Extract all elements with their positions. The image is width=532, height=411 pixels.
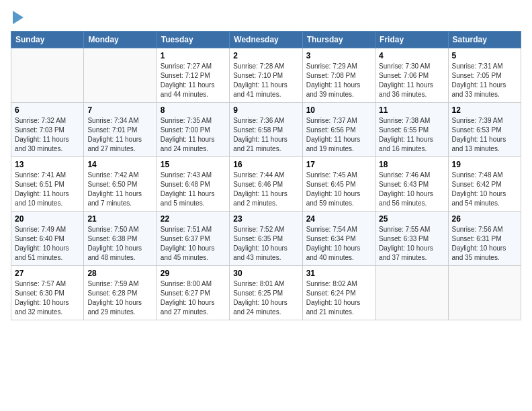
day-number: 28 [87,269,152,278]
calendar-cell: 16Sunrise: 7:44 AM Sunset: 6:46 PM Dayli… [230,157,302,212]
day-number: 2 [233,51,298,60]
day-detail: Sunrise: 7:39 AM Sunset: 6:53 PM Dayligh… [452,116,517,154]
day-number: 31 [306,269,371,278]
day-number: 25 [379,214,444,224]
day-detail: Sunrise: 7:56 AM Sunset: 6:31 PM Dayligh… [452,225,517,263]
day-detail: Sunrise: 7:30 AM Sunset: 7:06 PM Dayligh… [379,62,444,99]
day-detail: Sunrise: 7:55 AM Sunset: 6:33 PM Dayligh… [379,225,444,263]
calendar-cell: 1Sunrise: 7:27 AM Sunset: 7:12 PM Daylig… [157,48,229,103]
weekday-header: Friday [375,32,448,48]
day-detail: Sunrise: 7:49 AM Sunset: 6:40 PM Dayligh… [15,225,80,263]
day-detail: Sunrise: 7:54 AM Sunset: 6:34 PM Dayligh… [306,225,371,263]
day-detail: Sunrise: 8:02 AM Sunset: 6:24 PM Dayligh… [306,279,371,317]
day-number: 1 [161,51,226,60]
day-detail: Sunrise: 7:38 AM Sunset: 6:55 PM Dayligh… [379,116,444,154]
calendar-cell: 2Sunrise: 7:28 AM Sunset: 7:10 PM Daylig… [230,48,302,103]
day-number: 12 [452,105,517,115]
calendar-cell [448,266,521,320]
day-number: 19 [452,160,517,169]
calendar-cell: 3Sunrise: 7:29 AM Sunset: 7:08 PM Daylig… [302,48,375,103]
calendar-cell: 26Sunrise: 7:56 AM Sunset: 6:31 PM Dayli… [448,212,521,266]
day-number: 3 [306,51,371,60]
calendar-cell: 22Sunrise: 7:51 AM Sunset: 6:37 PM Dayli… [157,212,229,266]
day-number: 24 [306,214,371,224]
weekday-header: Thursday [302,32,375,48]
day-number: 10 [306,105,371,115]
calendar-table: SundayMondayTuesdayWednesdayThursdayFrid… [11,31,521,320]
day-detail: Sunrise: 7:34 AM Sunset: 7:01 PM Dayligh… [87,116,152,154]
calendar-cell: 4Sunrise: 7:30 AM Sunset: 7:06 PM Daylig… [375,48,448,103]
day-number: 6 [15,105,80,115]
day-number: 17 [306,160,371,169]
calendar-cell: 23Sunrise: 7:52 AM Sunset: 6:35 PM Dayli… [230,212,302,266]
day-detail: Sunrise: 7:50 AM Sunset: 6:38 PM Dayligh… [87,225,152,263]
calendar-cell: 19Sunrise: 7:48 AM Sunset: 6:42 PM Dayli… [448,157,521,212]
day-detail: Sunrise: 7:43 AM Sunset: 6:48 PM Dayligh… [161,171,226,208]
day-detail: Sunrise: 7:59 AM Sunset: 6:28 PM Dayligh… [87,279,152,317]
day-detail: Sunrise: 7:35 AM Sunset: 7:00 PM Dayligh… [161,116,226,154]
calendar-cell: 15Sunrise: 7:43 AM Sunset: 6:48 PM Dayli… [157,157,229,212]
calendar-cell: 21Sunrise: 7:50 AM Sunset: 6:38 PM Dayli… [84,212,157,266]
day-detail: Sunrise: 8:00 AM Sunset: 6:27 PM Dayligh… [161,279,226,317]
calendar-header-row: SundayMondayTuesdayWednesdayThursdayFrid… [11,32,521,48]
day-detail: Sunrise: 7:36 AM Sunset: 6:58 PM Dayligh… [233,116,298,154]
calendar-cell: 6Sunrise: 7:32 AM Sunset: 7:03 PM Daylig… [11,103,84,157]
calendar-week-row: 6Sunrise: 7:32 AM Sunset: 7:03 PM Daylig… [11,103,521,157]
calendar-cell: 29Sunrise: 8:00 AM Sunset: 6:27 PM Dayli… [157,266,229,320]
calendar-cell: 5Sunrise: 7:31 AM Sunset: 7:05 PM Daylig… [448,48,521,103]
weekday-header: Sunday [11,32,84,48]
weekday-header: Tuesday [157,32,229,48]
day-number: 11 [379,105,444,115]
day-number: 8 [161,105,226,115]
calendar-cell [84,48,157,103]
day-detail: Sunrise: 7:51 AM Sunset: 6:37 PM Dayligh… [161,225,226,263]
calendar-cell: 31Sunrise: 8:02 AM Sunset: 6:24 PM Dayli… [302,266,375,320]
day-detail: Sunrise: 7:27 AM Sunset: 7:12 PM Dayligh… [161,62,226,99]
weekday-header: Monday [84,32,157,48]
calendar-cell [375,266,448,320]
day-detail: Sunrise: 7:48 AM Sunset: 6:42 PM Dayligh… [452,171,517,208]
calendar-cell: 11Sunrise: 7:38 AM Sunset: 6:55 PM Dayli… [375,103,448,157]
day-detail: Sunrise: 7:45 AM Sunset: 6:45 PM Dayligh… [306,171,371,208]
weekday-header: Wednesday [230,32,302,48]
day-detail: Sunrise: 7:37 AM Sunset: 6:56 PM Dayligh… [306,116,371,154]
day-detail: Sunrise: 7:31 AM Sunset: 7:05 PM Dayligh… [452,62,517,99]
day-number: 15 [161,160,226,169]
calendar-week-row: 13Sunrise: 7:41 AM Sunset: 6:51 PM Dayli… [11,157,521,212]
day-detail: Sunrise: 8:01 AM Sunset: 6:25 PM Dayligh… [233,279,298,317]
page-header [11,11,521,24]
day-number: 13 [15,160,80,169]
calendar-week-row: 1Sunrise: 7:27 AM Sunset: 7:12 PM Daylig… [11,48,521,103]
day-number: 5 [452,51,517,60]
calendar-cell: 14Sunrise: 7:42 AM Sunset: 6:50 PM Dayli… [84,157,157,212]
day-number: 30 [233,269,298,278]
day-detail: Sunrise: 7:32 AM Sunset: 7:03 PM Dayligh… [15,116,80,154]
calendar-cell: 18Sunrise: 7:46 AM Sunset: 6:43 PM Dayli… [375,157,448,212]
logo [11,11,24,24]
day-detail: Sunrise: 7:28 AM Sunset: 7:10 PM Dayligh… [233,62,298,99]
day-detail: Sunrise: 7:44 AM Sunset: 6:46 PM Dayligh… [233,171,298,208]
calendar-cell: 13Sunrise: 7:41 AM Sunset: 6:51 PM Dayli… [11,157,84,212]
calendar-cell: 28Sunrise: 7:59 AM Sunset: 6:28 PM Dayli… [84,266,157,320]
day-number: 29 [161,269,226,278]
day-detail: Sunrise: 7:52 AM Sunset: 6:35 PM Dayligh… [233,225,298,263]
calendar-cell: 12Sunrise: 7:39 AM Sunset: 6:53 PM Dayli… [448,103,521,157]
day-number: 9 [233,105,298,115]
day-detail: Sunrise: 7:46 AM Sunset: 6:43 PM Dayligh… [379,171,444,208]
day-number: 4 [379,51,444,60]
day-number: 22 [161,214,226,224]
calendar-cell: 8Sunrise: 7:35 AM Sunset: 7:00 PM Daylig… [157,103,229,157]
day-number: 16 [233,160,298,169]
day-number: 14 [87,160,152,169]
day-number: 21 [87,214,152,224]
day-detail: Sunrise: 7:42 AM Sunset: 6:50 PM Dayligh… [87,171,152,208]
calendar-cell: 30Sunrise: 8:01 AM Sunset: 6:25 PM Dayli… [230,266,302,320]
calendar-cell: 10Sunrise: 7:37 AM Sunset: 6:56 PM Dayli… [302,103,375,157]
calendar-cell: 24Sunrise: 7:54 AM Sunset: 6:34 PM Dayli… [302,212,375,266]
day-detail: Sunrise: 7:41 AM Sunset: 6:51 PM Dayligh… [15,171,80,208]
logo-triangle-icon [13,11,24,24]
day-number: 18 [379,160,444,169]
day-detail: Sunrise: 7:57 AM Sunset: 6:30 PM Dayligh… [15,279,80,317]
calendar-cell: 27Sunrise: 7:57 AM Sunset: 6:30 PM Dayli… [11,266,84,320]
calendar-cell: 17Sunrise: 7:45 AM Sunset: 6:45 PM Dayli… [302,157,375,212]
